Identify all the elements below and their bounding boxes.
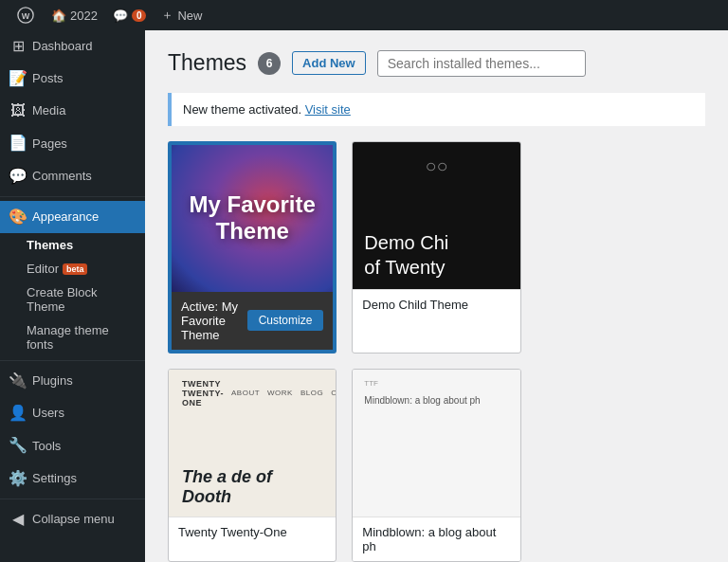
theme-card-footer-active: Active: My Favorite Theme Customize bbox=[172, 292, 333, 350]
settings-icon: ⚙️ bbox=[9, 470, 27, 487]
customize-button[interactable]: Customize bbox=[247, 310, 324, 331]
theme-description: Mindblown: a blog about ph bbox=[364, 395, 508, 406]
sidebar-sub-item-create-block-theme[interactable]: Create Block Theme bbox=[0, 281, 145, 318]
dashboard-icon: ⊞ bbox=[9, 38, 27, 55]
appearance-icon: 🎨 bbox=[9, 208, 27, 226]
theme-nav-bar: TWENTY TWENTY-ONE ABOUT WORK BLOG CONTAC… bbox=[182, 379, 322, 408]
sidebar-item-tools[interactable]: 🔧 Tools bbox=[0, 430, 145, 462]
sidebar-sub-item-themes[interactable]: Themes bbox=[0, 233, 145, 257]
activation-notice: New theme activated. Visit site bbox=[168, 93, 705, 126]
sidebar-divider bbox=[0, 196, 145, 197]
new-content-button[interactable]: ＋ New bbox=[154, 0, 209, 30]
users-icon: 👤 bbox=[9, 405, 27, 422]
sidebar-item-comments[interactable]: 💬 Comments bbox=[0, 160, 145, 192]
active-theme-label: Active: My Favorite Theme bbox=[181, 299, 247, 342]
visit-site-link[interactable]: Visit site bbox=[305, 102, 351, 117]
theme-card-twenty-twenty-one[interactable]: TWENTY TWENTY-ONE ABOUT WORK BLOG CONTAC… bbox=[168, 369, 337, 562]
theme-thumbnail-mindblown: TTF Mindblown: a blog about ph bbox=[353, 370, 519, 517]
collapse-icon: ◀ bbox=[9, 511, 27, 528]
sidebar-item-media[interactable]: 🖼 Media bbox=[0, 95, 145, 127]
sidebar-divider-2 bbox=[0, 360, 145, 361]
page-header: Themes 6 Add New bbox=[168, 49, 705, 78]
oo-symbol: ○○ bbox=[425, 155, 447, 177]
sidebar-item-dashboard[interactable]: ⊞ Dashboard bbox=[0, 30, 145, 63]
sidebar-item-pages[interactable]: 📄 Pages bbox=[0, 128, 145, 160]
theme-heading-partial: The a de of Dooth bbox=[182, 467, 322, 507]
svg-text:W: W bbox=[22, 11, 30, 21]
admin-bar: W 🏠 2022 💬 0 ＋ New bbox=[0, 0, 728, 30]
wp-logo[interactable]: W bbox=[8, 0, 44, 30]
content-area: Themes 6 Add New New theme activated. Vi… bbox=[145, 30, 728, 562]
tools-icon: 🔧 bbox=[9, 438, 27, 455]
theme-card-footer-2021: Twenty Twenty-One bbox=[169, 517, 336, 547]
media-icon: 🖼 bbox=[9, 102, 27, 119]
theme-thumbnail-demo-child: ○○ Demo Chiof Twenty bbox=[353, 142, 519, 289]
themes-grid: My Favorite Theme Active: My Favorite Th… bbox=[168, 141, 705, 562]
plus-icon: ＋ bbox=[161, 7, 173, 24]
sidebar-sub-item-manage-fonts[interactable]: Manage theme fonts bbox=[0, 318, 145, 356]
theme-thumbnail-my-favorite-theme: My Favorite Theme bbox=[172, 145, 333, 292]
demo-child-title: Demo Chiof Twenty bbox=[364, 230, 508, 280]
comments-sidebar-icon: 💬 bbox=[9, 168, 27, 185]
plugins-icon: 🔌 bbox=[9, 372, 27, 390]
sidebar-item-appearance[interactable]: 🎨 Appearance bbox=[0, 201, 145, 233]
sidebar-divider-3 bbox=[0, 499, 145, 499]
sidebar-item-plugins[interactable]: 🔌 Plugins bbox=[0, 365, 145, 397]
sidebar-sub-item-editor[interactable]: Editor beta bbox=[0, 257, 145, 281]
page-title: Themes bbox=[168, 49, 246, 78]
twenty-twenty-one-name: Twenty Twenty-One bbox=[178, 525, 287, 539]
search-themes-input[interactable] bbox=[377, 50, 586, 77]
tiny-theme-label: TTF bbox=[364, 379, 508, 388]
posts-icon: 📝 bbox=[9, 70, 27, 87]
themes-count-badge: 6 bbox=[258, 52, 281, 75]
home-icon: 🏠 bbox=[51, 9, 66, 23]
add-new-button[interactable]: Add New bbox=[292, 51, 366, 75]
theme-thumbnail-twenty-twenty-one: TWENTY TWENTY-ONE ABOUT WORK BLOG CONTAC… bbox=[169, 370, 336, 517]
editor-beta-badge: beta bbox=[63, 263, 88, 275]
theme-card-my-favorite-theme[interactable]: My Favorite Theme Active: My Favorite Th… bbox=[168, 141, 337, 354]
demo-child-theme-name: Demo Child Theme bbox=[362, 298, 468, 312]
comments-icon: 💬 bbox=[113, 9, 128, 23]
theme-name-overlay: My Favorite Theme bbox=[172, 182, 333, 254]
theme-card-demo-child-theme[interactable]: ○○ Demo Chiof Twenty Demo Child Theme bbox=[352, 141, 520, 354]
sidebar-collapse-button[interactable]: ◀ Collapse menu bbox=[0, 503, 145, 535]
site-name-link[interactable]: 🏠 2022 bbox=[44, 0, 105, 30]
sidebar-item-posts[interactable]: 📝 Posts bbox=[0, 63, 145, 95]
sidebar: ⊞ Dashboard 📝 Posts 🖼 Media 📄 Pages 💬 Co… bbox=[0, 30, 145, 562]
theme-card-footer-demo-child: Demo Child Theme bbox=[353, 289, 519, 319]
theme-card-mindblown[interactable]: TTF Mindblown: a blog about ph Mindblown… bbox=[352, 369, 520, 562]
comments-link[interactable]: 💬 0 bbox=[105, 0, 155, 30]
theme-card-footer-mindblown: Mindblown: a blog about ph bbox=[353, 517, 519, 561]
sidebar-item-settings[interactable]: ⚙️ Settings bbox=[0, 462, 145, 495]
sidebar-item-users[interactable]: 👤 Users bbox=[0, 397, 145, 429]
mindblown-theme-name: Mindblown: a blog about ph bbox=[362, 525, 510, 553]
pages-icon: 📄 bbox=[9, 136, 27, 153]
